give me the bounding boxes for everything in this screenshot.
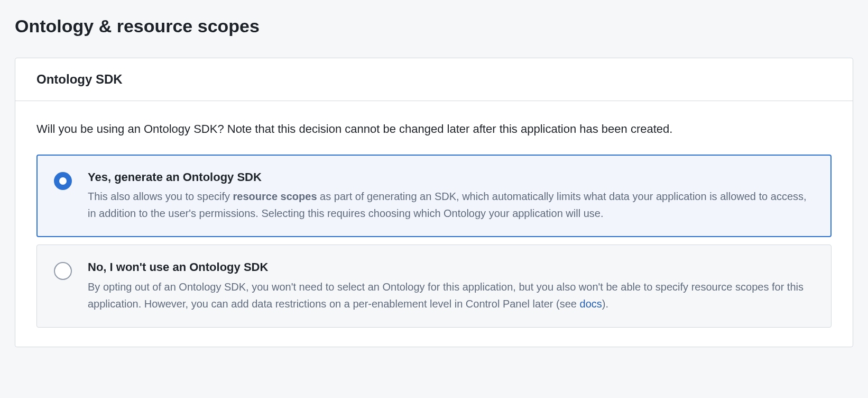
- radio-button-icon: [54, 172, 72, 190]
- radio-content-yes: Yes, generate an Ontology SDK This also …: [88, 170, 814, 222]
- radio-content-no: No, I won't use an Ontology SDK By optin…: [88, 260, 814, 312]
- page-title: Ontology & resource scopes: [15, 16, 853, 37]
- radio-button-icon: [54, 262, 72, 280]
- radio-desc-yes-before: This also allows you to specify: [88, 191, 233, 202]
- radio-title-no: No, I won't use an Ontology SDK: [88, 260, 814, 275]
- card-header-title: Ontology SDK: [36, 72, 832, 87]
- question-text: Will you be using an Ontology SDK? Note …: [36, 121, 832, 138]
- docs-link[interactable]: docs: [580, 298, 602, 310]
- radio-option-yes[interactable]: Yes, generate an Ontology SDK This also …: [36, 155, 832, 238]
- radio-desc-no: By opting out of an Ontology SDK, you wo…: [88, 278, 814, 312]
- radio-desc-no-before: By opting out of an Ontology SDK, you wo…: [88, 281, 804, 310]
- radio-title-yes: Yes, generate an Ontology SDK: [88, 170, 814, 185]
- radio-desc-yes-bold: resource scopes: [233, 191, 317, 202]
- radio-desc-no-after: ).: [602, 298, 608, 310]
- card-header: Ontology SDK: [15, 58, 853, 101]
- radio-option-no[interactable]: No, I won't use an Ontology SDK By optin…: [36, 245, 832, 328]
- ontology-sdk-card: Ontology SDK Will you be using an Ontolo…: [15, 58, 853, 347]
- card-body: Will you be using an Ontology SDK? Note …: [15, 101, 853, 347]
- radio-desc-yes: This also allows you to specify resource…: [88, 188, 814, 222]
